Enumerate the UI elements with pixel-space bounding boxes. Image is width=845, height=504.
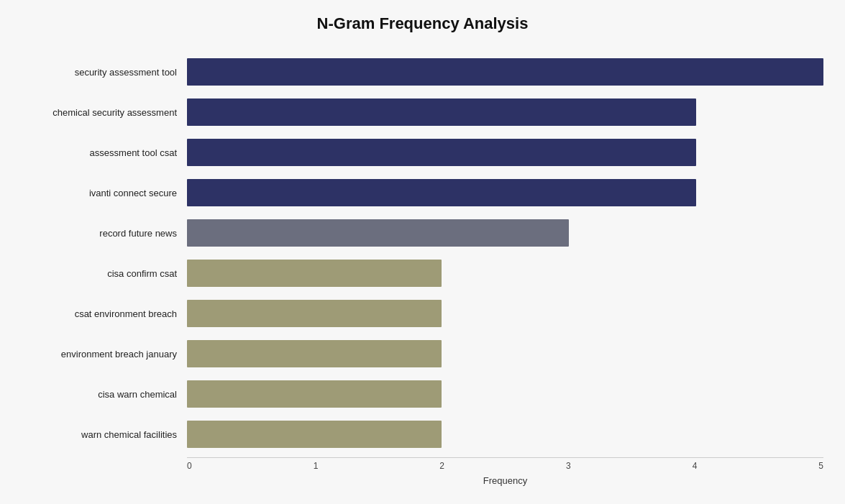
bar-row: record future news	[22, 216, 823, 250]
bar-track	[187, 216, 823, 250]
bar-track	[187, 417, 823, 452]
chart-area: security assessment toolchemical securit…	[22, 55, 823, 457]
bar-track	[187, 336, 823, 371]
bar-fill	[187, 58, 823, 86]
axis-line	[187, 457, 823, 458]
axis-tick: 0	[187, 461, 192, 471]
axis-ticks: 012345	[187, 461, 823, 471]
bar-label: environment breach january	[22, 349, 187, 359]
axis-tick: 2	[439, 461, 444, 471]
bar-fill	[187, 421, 442, 448]
bar-track	[187, 377, 823, 411]
bar-label: security assessment tool	[22, 67, 187, 78]
bar-row: chemical security assessment	[22, 95, 823, 129]
bar-row: csat environment breach	[22, 296, 823, 331]
bar-track	[187, 256, 823, 290]
bar-track	[187, 135, 823, 170]
bar-fill	[187, 380, 442, 408]
bar-fill	[187, 179, 696, 206]
chart-title: N-Gram Frequency Analysis	[317, 14, 529, 33]
bar-label: record future news	[22, 228, 187, 239]
bar-row: ivanti connect secure	[22, 175, 823, 210]
bar-track	[187, 55, 823, 89]
bar-fill	[187, 219, 569, 247]
bar-label: cisa confirm csat	[22, 268, 187, 279]
bar-track	[187, 296, 823, 331]
axis-label: Frequency	[187, 475, 823, 486]
axis-area: 012345 Frequency	[22, 457, 823, 486]
bar-fill	[187, 340, 442, 367]
axis-tick: 4	[693, 461, 698, 471]
bar-row: environment breach january	[22, 336, 823, 371]
bar-row: cisa confirm csat	[22, 256, 823, 290]
axis-tick: 1	[314, 461, 319, 471]
bar-label: chemical security assessment	[22, 107, 187, 118]
bar-row: security assessment tool	[22, 55, 823, 89]
bar-label: csat environment breach	[22, 308, 187, 319]
bar-fill	[187, 139, 696, 166]
bar-fill	[187, 300, 442, 327]
bar-row: assessment tool csat	[22, 135, 823, 170]
bar-label: assessment tool csat	[22, 147, 187, 158]
chart-container: N-Gram Frequency Analysis security asses…	[0, 0, 845, 504]
axis-tick: 3	[566, 461, 571, 471]
axis-tick: 5	[818, 461, 823, 471]
bar-label: warn chemical facilities	[22, 429, 187, 440]
bar-fill	[187, 98, 696, 126]
bar-track	[187, 175, 823, 210]
bar-track	[187, 95, 823, 129]
bar-label: cisa warn chemical	[22, 389, 187, 400]
bar-row: cisa warn chemical	[22, 377, 823, 411]
bar-fill	[187, 260, 442, 287]
bar-row: warn chemical facilities	[22, 417, 823, 452]
bar-label: ivanti connect secure	[22, 188, 187, 198]
